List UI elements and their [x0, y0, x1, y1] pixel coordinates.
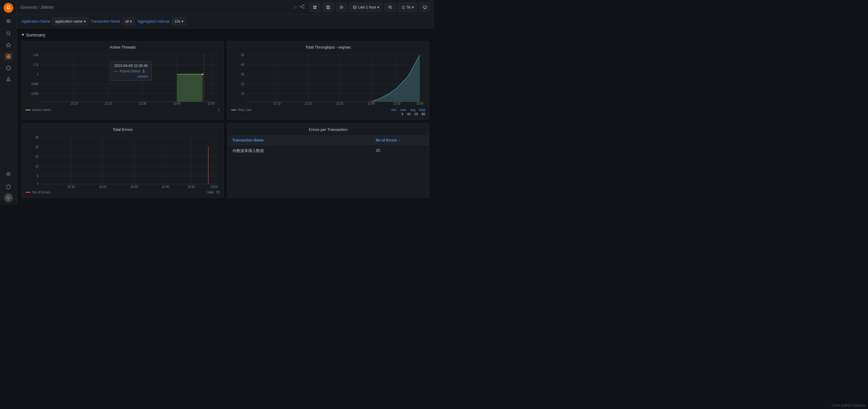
svg-point-68 — [202, 73, 204, 75]
stat-min-label: min — [391, 108, 397, 112]
total-errors-title: Total Errors — [26, 127, 220, 132]
col-transaction-name-header[interactable]: Transaction Name — [232, 138, 376, 143]
throughput-footer: Req / sec min max avg total — [231, 108, 426, 112]
svg-line-39 — [391, 8, 392, 9]
throughput-stats-values: 6 40 29 86 — [231, 112, 426, 116]
settings-button[interactable] — [336, 3, 347, 12]
svg-text:22:50: 22:50 — [188, 185, 195, 189]
app-name-filter-label: Application Name — [22, 19, 50, 24]
svg-text:G: G — [6, 5, 10, 10]
svg-rect-9 — [9, 54, 10, 56]
total-throughput-title: Total Throughput - req/sec — [231, 45, 426, 50]
total-errors-chart: 25 20 15 10 5 0 22:10 22:20 22:30 22:40 … — [26, 134, 220, 189]
time-range-button[interactable]: Last 1 hour ▾ — [349, 3, 382, 12]
active-users-legend: Active Users — [26, 108, 51, 112]
svg-point-5 — [7, 32, 10, 35]
svg-text:22:20: 22:20 — [99, 185, 106, 189]
active-threads-svg: 1.40 1.20 1 0.800 0.600 22:10 22:20 22:3… — [26, 52, 220, 106]
svg-point-21 — [303, 4, 304, 6]
svg-text:0.600: 0.600 — [31, 92, 39, 95]
chevron-down-icon: ▾ — [377, 5, 379, 9]
sidebar-shield[interactable] — [4, 182, 13, 192]
transaction-name-filter-select[interactable]: all ▾ — [122, 17, 134, 26]
transaction-chevron-icon: ▾ — [130, 19, 132, 24]
svg-rect-42 — [424, 6, 427, 8]
display-button[interactable] — [420, 3, 430, 12]
app-name-filter-value: application name — [55, 19, 83, 24]
app-name-chevron-icon: ▾ — [84, 19, 86, 24]
svg-text:22:20: 22:20 — [105, 102, 112, 105]
svg-marker-93 — [371, 55, 420, 102]
refresh-interval-label: 5s — [407, 5, 411, 9]
breadcrumb-general: General / JMeter — [21, 4, 54, 10]
table-row: 向数据库插入数据 20 — [228, 145, 429, 157]
svg-marker-7 — [6, 43, 11, 47]
errors-total-row: total 20 — [207, 190, 220, 194]
svg-text:20: 20 — [241, 82, 244, 86]
refresh-chevron-icon: ▾ — [412, 5, 414, 9]
active-users-label: Active Users — [32, 108, 51, 112]
errors-total-value: 20 — [216, 190, 220, 194]
svg-rect-28 — [313, 7, 315, 9]
stat-avg-label: avg — [410, 108, 415, 112]
user-avatar[interactable]: U — [4, 194, 13, 202]
sidebar-settings[interactable] — [4, 169, 13, 179]
errors-count-cell: 20 — [376, 148, 424, 154]
sidebar-toggle[interactable] — [4, 17, 13, 25]
svg-text:22:30: 22:30 — [336, 102, 343, 105]
page-title: General / JMeter — [21, 4, 54, 10]
svg-rect-26 — [313, 6, 315, 7]
sidebar: G U — [0, 0, 17, 204]
summary-title: Summary — [26, 32, 45, 37]
favorite-icon[interactable]: ☆ — [293, 4, 298, 10]
throughput-svg: 50 40 30 20 10 22:10 22:20 22:30 22:40 2… — [231, 52, 426, 106]
stat-max-val: 40 — [407, 112, 410, 116]
svg-text:20: 20 — [35, 146, 39, 149]
active-threads-panel: Active Threads — [22, 41, 224, 120]
svg-text:0.800: 0.800 — [31, 82, 39, 86]
errors-per-transaction-panel: Errors per Transaction Transaction Name … — [227, 123, 430, 198]
svg-text:+: + — [315, 7, 317, 9]
req-sec-label: Req / sec — [238, 108, 252, 112]
svg-line-25 — [301, 7, 303, 8]
share-icon[interactable] — [300, 4, 305, 10]
svg-rect-10 — [6, 57, 8, 59]
sidebar-starred[interactable] — [4, 40, 13, 50]
sidebar-alerts[interactable] — [4, 74, 13, 84]
sidebar-search[interactable] — [4, 29, 13, 38]
svg-marker-41 — [404, 8, 405, 8]
svg-rect-8 — [6, 54, 8, 56]
total-errors-panel: Total Errors — [22, 123, 224, 198]
svg-line-6 — [9, 34, 10, 36]
stat-max-label: max — [400, 108, 407, 112]
app-name-filter-select[interactable]: application name ▾ — [53, 17, 88, 26]
sidebar-dashboards[interactable] — [4, 52, 13, 61]
add-panel-button[interactable]: + — [309, 3, 320, 12]
svg-text:22:40: 22:40 — [367, 102, 375, 105]
stat-min-val: 6 — [401, 112, 403, 116]
errors-color — [26, 192, 30, 193]
svg-text:5: 5 — [37, 174, 38, 178]
svg-point-23 — [303, 7, 304, 9]
aggregation-filter-select[interactable]: 10s ▾ — [172, 17, 186, 26]
grafana-logo[interactable]: G — [3, 2, 14, 13]
req-sec-color — [231, 109, 236, 111]
svg-text:10: 10 — [35, 165, 39, 168]
refresh-button[interactable]: 5s ▾ — [398, 3, 417, 12]
save-button[interactable] — [323, 3, 334, 12]
active-threads-chart: 1.40 1.20 1 0.800 0.600 22:10 22:20 22:3… — [26, 52, 220, 106]
svg-text:22:10: 22:10 — [70, 102, 78, 105]
total-throughput-panel: Total Throughput - req/sec — [227, 41, 430, 120]
svg-text:10: 10 — [241, 92, 244, 95]
svg-point-20 — [6, 172, 10, 176]
sidebar-explore[interactable] — [4, 63, 13, 73]
table-header: Transaction Name No of Errors ↓ — [228, 136, 429, 145]
zoom-out-button[interactable] — [385, 3, 396, 12]
summary-section-header[interactable]: ▾ Summary — [22, 32, 429, 37]
svg-rect-3 — [7, 21, 10, 22]
svg-text:23:00: 23:00 — [211, 185, 218, 189]
transaction-name-filter-value: all — [125, 19, 129, 24]
col-errors-header[interactable]: No of Errors ↓ — [376, 138, 424, 143]
svg-point-19 — [7, 173, 9, 175]
svg-text:22:50: 22:50 — [208, 102, 215, 105]
